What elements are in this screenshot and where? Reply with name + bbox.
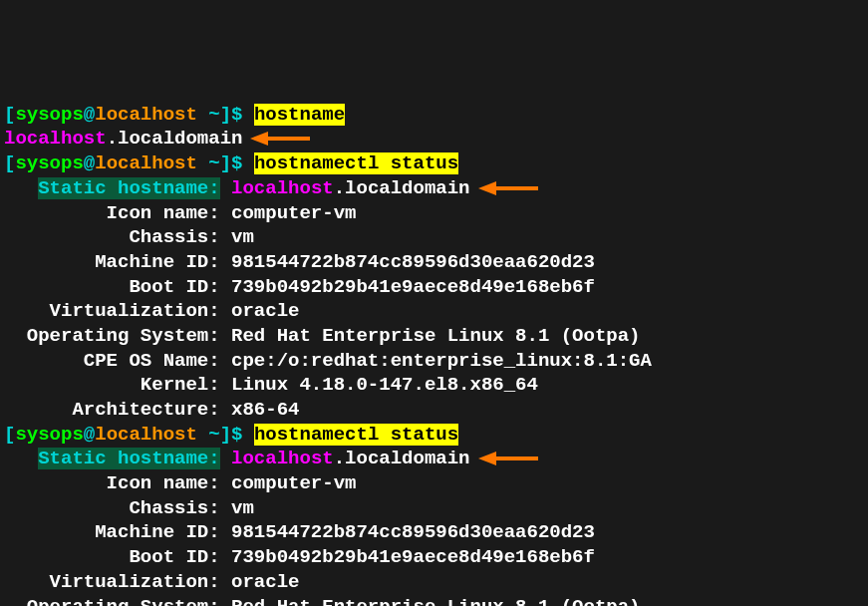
command-hostnamectl: hostnamectl status [254, 152, 458, 174]
prompt-line: [sysops@localhost ~]$ hostnamectl status [4, 423, 864, 448]
pointer-arrow-icon [250, 131, 310, 147]
hostname-output: localhost.localdomain [4, 127, 864, 152]
svg-marker-5 [478, 452, 496, 465]
terminal-output: [sysops@localhost ~]$ hostnamelocalhost.… [4, 103, 864, 606]
prompt-line: [sysops@localhost ~]$ hostnamectl status [4, 152, 864, 176]
prompt-line: [sysops@localhost ~]$ hostname [4, 103, 864, 128]
pointer-arrow-icon [478, 180, 538, 196]
command-hostnamectl: hostnamectl status [254, 424, 458, 446]
svg-marker-1 [250, 132, 268, 146]
command-hostname: hostname [254, 104, 345, 126]
svg-marker-3 [478, 181, 496, 195]
pointer-arrow-icon [478, 451, 538, 466]
